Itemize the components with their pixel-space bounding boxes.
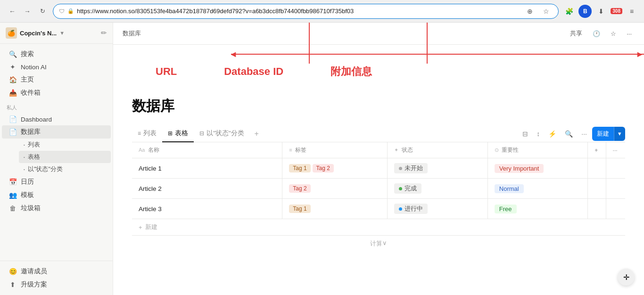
search-button[interactable]: 🔍	[561, 128, 576, 140]
calc-row[interactable]: 计算 ∨	[132, 235, 625, 252]
add-view-button[interactable]: +	[250, 126, 264, 142]
sidebar-item-board[interactable]: • 以"状态"分类	[19, 163, 111, 175]
page-title: 数据库	[132, 97, 625, 116]
row-2-name: Article 3	[132, 199, 282, 219]
table-row[interactable]: Article 3Tag 1进行中Free	[132, 199, 625, 219]
share-button[interactable]: 共享	[567, 27, 585, 40]
auto-button[interactable]: ⚡	[545, 128, 560, 140]
status-pill[interactable]: 未开始	[394, 163, 428, 173]
sub-dot-icon: •	[24, 155, 25, 159]
reload-button[interactable]: ↻	[36, 5, 49, 18]
col-header-more[interactable]: ···	[606, 142, 625, 158]
workspace-icon: 🍊	[6, 27, 17, 39]
list-label: 列表	[28, 140, 40, 149]
filter-button[interactable]: ⊟	[519, 128, 531, 140]
sidebar-item-invite[interactable]: 😊 邀请成员	[2, 265, 111, 278]
tag-pill[interactable]: Tag 1	[289, 164, 310, 172]
sidebar-item-search[interactable]: 🔍 搜索	[2, 48, 111, 61]
table-row[interactable]: Article 2Tag 2完成Normal	[132, 179, 625, 199]
importance-pill[interactable]: Very Important	[495, 164, 544, 173]
sidebar-item-database[interactable]: 📄 数据库	[2, 125, 111, 139]
sidebar-item-upgrade[interactable]: ⬆ 升级方案	[2, 278, 111, 291]
sidebar-edit-button[interactable]: ✏	[101, 29, 107, 37]
tab-board[interactable]: ⊟ 以"状态"分类	[194, 125, 250, 142]
extensions-button[interactable]: 🧩	[562, 5, 576, 18]
sort-button[interactable]: ↕	[533, 128, 543, 140]
row-0-name: Article 1	[132, 158, 282, 179]
tag-pill[interactable]: Tag 1	[289, 205, 310, 213]
sidebar-item-dashboard[interactable]: 📄 Dashboard	[2, 113, 111, 125]
workspace-chevron-icon: ▼	[59, 30, 65, 36]
back-button[interactable]: ←	[6, 5, 19, 18]
row-0-status: 未开始	[388, 158, 487, 179]
sidebar-item-list[interactable]: • 列表	[19, 139, 111, 151]
calc-label: 计算	[370, 239, 382, 248]
database-table: Aa 名称 ≡ 标签 ✦ 状态 ⊙ 重要性	[132, 142, 625, 219]
col-header-add[interactable]: +	[588, 142, 606, 158]
search-icon: 🔍	[8, 50, 17, 58]
menu-button[interactable]: ≡	[625, 5, 638, 18]
name-col-icon: Aa	[139, 147, 145, 153]
help-button[interactable]: ✛	[618, 269, 635, 286]
more-button[interactable]: ···	[578, 128, 590, 140]
database-label: 数据库	[21, 128, 41, 136]
workspace-row[interactable]: 🍊 Copcin's N... ▼	[6, 27, 65, 39]
search-label: 搜索	[21, 50, 34, 58]
sidebar-item-notion-ai[interactable]: ✦ Notion AI	[2, 61, 111, 73]
templates-icon: 👥	[8, 191, 17, 199]
status-dot-icon	[399, 207, 402, 211]
status-pill[interactable]: 进行中	[394, 204, 428, 214]
arrow-line	[231, 54, 644, 55]
new-record-button[interactable]: 新建	[592, 127, 614, 141]
address-bar[interactable]: 🛡 🔒 https://www.notion.so/8305153fe4ba44…	[53, 4, 559, 19]
row-0-add	[588, 158, 606, 179]
upgrade-icon: ⬆	[8, 281, 17, 288]
sidebar-item-home[interactable]: 🏠 主页	[2, 73, 111, 86]
db-id-annotation-label: Database ID	[224, 66, 283, 78]
sidebar-item-calendar[interactable]: 📅 日历	[2, 175, 111, 188]
bookmark-button[interactable]: ☆	[539, 5, 553, 18]
trash-label: 垃圾箱	[21, 204, 41, 213]
add-row-icon: +	[139, 224, 142, 231]
history-button[interactable]: 🕐	[590, 28, 603, 39]
calendar-label: 日历	[21, 178, 34, 186]
status-pill[interactable]: 完成	[394, 183, 421, 194]
page-header: 数据库 共享 🕐 ☆ ···	[113, 23, 644, 45]
browser-chrome: ← → ↻ 🛡 🔒 https://www.notion.so/8305153f…	[0, 0, 644, 23]
lock-icon: 🔒	[67, 8, 74, 14]
importance-pill[interactable]: Normal	[495, 184, 524, 193]
tag-pill[interactable]: Tag 2	[313, 164, 334, 172]
translate-button[interactable]: ⊕	[523, 5, 537, 18]
favorite-button[interactable]: ☆	[608, 28, 619, 39]
more-actions-button[interactable]: ···	[624, 28, 635, 39]
sub-dot-icon: •	[24, 167, 25, 172]
sidebar-item-templates[interactable]: 👥 模板	[2, 188, 111, 202]
row-2-tags: Tag 1	[282, 199, 388, 219]
sidebar-item-inbox[interactable]: 📥 收件箱	[2, 86, 111, 99]
tags-col-icon: ≡	[289, 147, 292, 153]
col-header-name: Aa 名称	[132, 142, 282, 158]
forward-button[interactable]: →	[21, 5, 34, 18]
table-view-label: 表格	[175, 129, 188, 138]
new-record-dropdown-button[interactable]: ▾	[614, 127, 625, 141]
calendar-icon: 📅	[8, 178, 17, 186]
sidebar-item-table[interactable]: • 表格	[19, 151, 111, 163]
tab-table[interactable]: ⊞ 表格	[162, 125, 194, 142]
tag-pill[interactable]: Tag 2	[289, 184, 310, 193]
row-0-more	[606, 158, 625, 179]
download-button[interactable]: ⬇	[594, 5, 608, 18]
shield-icon: 🛡	[59, 8, 65, 15]
profile-badge[interactable]: B	[578, 5, 592, 18]
list-view-label: 列表	[143, 129, 157, 138]
vsep-2	[427, 23, 428, 64]
tab-list[interactable]: ≡ 列表	[132, 125, 162, 142]
inbox-icon: 📥	[8, 89, 17, 97]
add-row-button[interactable]: + 新建	[132, 219, 625, 235]
views-bar-wrapper: ≡ 列表 ⊞ 表格 ⊟ 以"状态"分类 + ⊟ ↕ ⚡	[132, 125, 625, 142]
row-1-status: 完成	[388, 179, 487, 199]
app-body: 🍊 Copcin's N... ▼ ✏ 🔍 搜索 ✦ Notion AI 🏠 主…	[0, 23, 644, 295]
sidebar-item-trash[interactable]: 🗑 垃圾箱	[2, 202, 111, 215]
notion-ai-icon: ✦	[8, 63, 17, 71]
table-row[interactable]: Article 1Tag 1Tag 2未开始Very Important	[132, 158, 625, 179]
importance-pill[interactable]: Free	[495, 205, 517, 213]
